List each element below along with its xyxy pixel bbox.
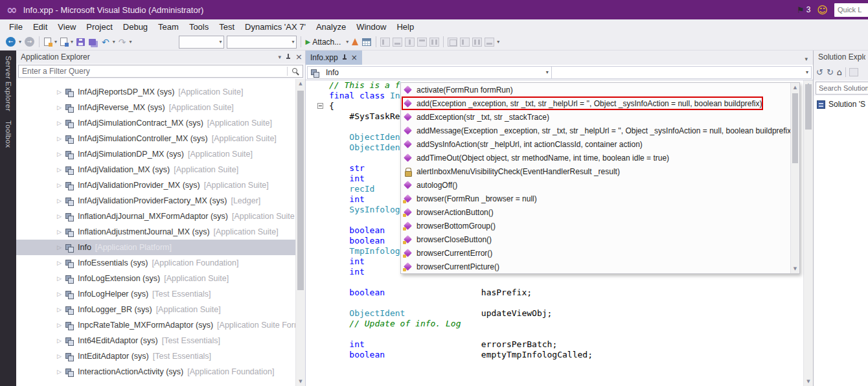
pin-icon[interactable] (342, 54, 347, 61)
navigate-forward-icon[interactable]: ↻ (827, 67, 834, 77)
scrollbar-thumb[interactable] (805, 84, 812, 130)
undo-button[interactable]: ↶ (100, 35, 111, 49)
solution-node[interactable]: Solution 'S (817, 100, 868, 109)
application-explorer-scrollbar[interactable]: ▲ ▼ (295, 79, 305, 386)
tree-row[interactable]: ▷ InpcRateTable_MXFormAdaptor (sys) [App… (16, 317, 295, 333)
completion-item[interactable]: autologOff() (401, 178, 790, 192)
expander-icon[interactable]: ▷ (57, 353, 65, 359)
scroll-down-icon[interactable]: ▼ (791, 266, 799, 271)
completion-item[interactable]: activate(FormRun formRun) (401, 83, 790, 96)
disabled-tool-icon[interactable] (460, 38, 470, 47)
expander-icon[interactable]: ▷ (57, 244, 65, 251)
menu-item[interactable]: Debug (118, 21, 153, 33)
tree-row[interactable]: ▷ InfoLogger_BR (sys) [Application Suite… (16, 302, 295, 317)
new-file-button[interactable] (42, 35, 53, 49)
menu-item[interactable]: View (52, 21, 81, 33)
menu-item[interactable]: Tools (184, 21, 214, 33)
menu-item[interactable]: Window (351, 21, 391, 33)
undo-dropdown-caret-icon[interactable]: ▾ (111, 39, 117, 45)
completion-item[interactable]: addMessage(Exception _exception, str _tx… (401, 124, 790, 137)
tree-row[interactable]: ▷ InfAdjValidation_MX (sys) [Application… (16, 162, 295, 177)
expander-icon[interactable]: ▷ (57, 322, 65, 328)
completion-item[interactable]: browserCurrentPicture() (401, 260, 790, 273)
add-item-button[interactable] (58, 35, 69, 49)
disabled-tool-icon[interactable] (448, 38, 457, 47)
expander-icon[interactable]: ▷ (57, 306, 65, 313)
window-menu-caret-icon[interactable]: ▾ (279, 54, 282, 60)
navigate-forward-button[interactable]: → (23, 35, 36, 49)
menu-item[interactable]: File (4, 21, 28, 33)
completion-item[interactable]: browserCloseButton() (401, 233, 790, 246)
menu-item[interactable]: Test (214, 21, 240, 33)
menu-item[interactable]: Team (153, 21, 184, 33)
deploy-button[interactable] (350, 35, 360, 49)
expander-icon[interactable]: ▷ (57, 182, 65, 188)
close-icon[interactable]: × (295, 53, 303, 61)
tree-row[interactable]: ▷ InfAdjValidationProviderFactory_MX (sy… (16, 193, 295, 209)
editor-scrollbar[interactable]: ▲ ▼ (803, 80, 813, 386)
back-dropdown-caret-icon[interactable]: ▾ (17, 39, 23, 45)
completion-item[interactable]: addSysInfoAction(str _helpUrl, int actio… (401, 137, 790, 151)
side-tab[interactable]: Toolbox (5, 120, 12, 148)
home-icon[interactable]: ⌂ (837, 67, 842, 77)
tree-row[interactable]: ▷ InfAdjSimulationDP_MX (sys) [Applicati… (16, 146, 295, 162)
expander-icon[interactable]: ▷ (57, 166, 65, 173)
tree-row[interactable]: ▷ InflationAdjJournal_MXFormAdaptor (sys… (16, 209, 295, 224)
completion-item[interactable]: browserCurrentError() (401, 246, 790, 260)
expander-icon[interactable]: ▷ (57, 120, 65, 126)
disabled-tool-icon[interactable] (429, 38, 439, 47)
scrollbar-thumb[interactable] (297, 91, 304, 290)
completion-item[interactable]: browserBottomGroup() (401, 219, 790, 233)
popup-scrollbar[interactable]: ▲ ▼ (790, 83, 799, 273)
redo-dropdown-caret-icon[interactable]: ▾ (128, 39, 133, 45)
type-dropdown[interactable]: Info ▾ (307, 66, 552, 79)
navigate-back-icon[interactable]: ↺ (816, 67, 823, 77)
member-dropdown[interactable]: ▾ (552, 66, 812, 79)
completion-item[interactable]: browser(FormRun _browser = null) (401, 192, 790, 205)
expander-icon[interactable]: ▷ (57, 369, 65, 375)
expander-icon[interactable]: ▷ (57, 104, 65, 111)
redo-button[interactable]: ↷ (117, 35, 128, 49)
attach-dropdown-caret-icon[interactable]: ▾ (345, 39, 350, 45)
expander-icon[interactable]: ▷ (57, 229, 65, 235)
table-browser-button[interactable] (360, 35, 373, 49)
tree-row[interactable]: ▷ Info [Application Platform] (16, 240, 295, 255)
solution-search-input[interactable] (816, 84, 868, 92)
expander-icon[interactable]: ▷ (57, 198, 65, 204)
feedback-smiley-icon[interactable]: ☺ (817, 4, 828, 16)
fold-marker-icon[interactable] (317, 103, 323, 109)
tree-row[interactable]: ▷ InteractionActionActivity (sys) [Appli… (16, 364, 295, 380)
menu-item[interactable]: Help (391, 21, 419, 33)
disabled-tool-icon[interactable] (417, 38, 427, 47)
expander-icon[interactable]: ▷ (57, 260, 65, 266)
quick-launch-box[interactable]: Quick L (834, 3, 868, 17)
close-icon[interactable]: × (351, 54, 358, 62)
search-icon[interactable] (292, 68, 297, 73)
tree-row[interactable]: ▷ Int64EditAdaptor (sys) [Test Essential… (16, 333, 295, 348)
expander-icon[interactable]: ▷ (57, 135, 65, 142)
menu-item[interactable]: Edit (28, 21, 52, 33)
completion-item[interactable]: addTimeOut(Object object, str methodName… (401, 151, 790, 165)
scroll-down-icon[interactable]: ▼ (296, 379, 305, 384)
tree-row[interactable]: ▷ InflationAdjustmentJournal_MX (sys) [A… (16, 224, 295, 240)
navigate-backward-button[interactable]: ← (4, 35, 17, 49)
notifications-button[interactable]: ⚑3 (797, 5, 810, 15)
completion-item[interactable]: alertInboxMenuVisibilityCheck(EventHandl… (401, 165, 790, 178)
tree-row[interactable]: ▷ InfoEssentials (sys) [Application Foun… (16, 255, 295, 271)
new-file-dropdown-caret-icon[interactable]: ▾ (53, 39, 58, 45)
solution-configuration-combo[interactable]: ▾ (179, 36, 224, 49)
tree-row[interactable]: ▷ InfoLogHelper (sys) [Test Essentials] (16, 286, 295, 302)
scroll-up-icon[interactable]: ▲ (791, 85, 799, 90)
save-button[interactable] (74, 35, 87, 49)
save-all-button[interactable] (87, 35, 100, 49)
disabled-tool-icon[interactable] (849, 68, 858, 76)
scroll-up-icon[interactable]: ▲ (296, 81, 305, 86)
expander-icon[interactable]: ▷ (57, 275, 65, 282)
document-tab-info-xpp[interactable]: Info.xpp × (306, 51, 362, 65)
disabled-tool-icon[interactable] (380, 38, 390, 47)
expander-icon[interactable]: ▷ (57, 291, 65, 297)
menu-item[interactable]: Dynamics 'AX 7' (240, 21, 311, 33)
expander-icon[interactable]: ▷ (57, 337, 65, 344)
expander-icon[interactable]: ▷ (57, 213, 65, 220)
menu-item[interactable]: Analyze (311, 21, 351, 33)
